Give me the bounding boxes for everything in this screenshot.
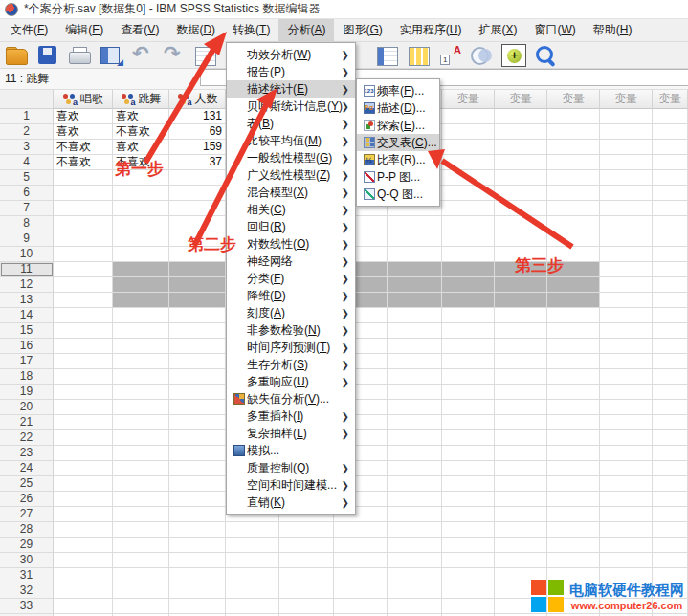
grid-cell[interactable] <box>169 553 226 568</box>
grid-cell[interactable] <box>547 186 600 201</box>
grid-cell[interactable] <box>388 430 442 446</box>
redo-icon[interactable] <box>162 44 187 67</box>
grid-cell[interactable] <box>113 293 169 308</box>
grid-cell[interactable] <box>495 507 547 522</box>
grid-cell[interactable] <box>442 308 495 323</box>
grid-cell[interactable] <box>54 186 113 201</box>
grid-cell[interactable] <box>547 400 600 415</box>
row-header-1[interactable]: 1 <box>0 109 54 124</box>
grid-cell[interactable] <box>653 538 688 553</box>
grid-cell[interactable] <box>113 323 169 339</box>
row-header-33[interactable]: 33 <box>0 599 54 614</box>
grid-cell[interactable] <box>600 507 653 522</box>
grid-cell[interactable] <box>169 308 226 323</box>
column-header-placeholder[interactable]: 变量 <box>600 90 653 109</box>
grid-cell[interactable] <box>442 538 495 553</box>
grid-cell[interactable] <box>653 553 688 568</box>
grid-cell[interactable] <box>54 400 113 415</box>
grid-cell[interactable] <box>54 568 113 583</box>
row-header-5[interactable]: 5 <box>0 170 54 186</box>
grid-cell[interactable] <box>495 124 547 140</box>
row-header-16[interactable]: 16 <box>0 339 54 354</box>
grid-cell[interactable] <box>495 492 547 507</box>
grid-cell[interactable] <box>54 507 113 522</box>
grid-cell[interactable] <box>495 262 547 277</box>
row-header-9[interactable]: 9 <box>0 231 54 247</box>
grid-cell[interactable] <box>600 400 653 415</box>
grid-cell[interactable] <box>600 369 653 385</box>
grid-cell[interactable] <box>388 400 442 415</box>
grid-cell[interactable] <box>495 323 547 339</box>
submenu-item-frequencies[interactable]: 频率(F)... <box>357 82 439 99</box>
grid-cell[interactable] <box>547 339 600 354</box>
grid-cell[interactable] <box>495 369 547 385</box>
menu-item-scale[interactable]: 刻度(A)❯ <box>227 304 355 321</box>
grid-cell[interactable] <box>226 599 279 614</box>
grid-cell[interactable] <box>600 492 653 507</box>
grid-cell[interactable] <box>388 446 442 461</box>
menu-help[interactable]: 帮助(H) <box>585 19 641 41</box>
grid-cell[interactable] <box>547 293 600 308</box>
grid-cell[interactable] <box>600 140 653 155</box>
grid-cell[interactable] <box>495 109 547 124</box>
grid-cell[interactable] <box>113 461 169 476</box>
grid-cell[interactable] <box>113 308 169 323</box>
grid-cell[interactable] <box>600 293 653 308</box>
grid-cell[interactable] <box>279 538 334 553</box>
menu-file[interactable]: 文件(F) <box>2 19 56 41</box>
grid-cell[interactable] <box>495 354 547 369</box>
grid-cell[interactable] <box>334 599 388 614</box>
row-header-31[interactable]: 31 <box>0 568 54 583</box>
row-header-13[interactable]: 13 <box>0 293 54 308</box>
grid-cell[interactable] <box>442 109 495 124</box>
grid-cell[interactable] <box>54 247 113 262</box>
grid-cell[interactable]: 不喜欢 <box>113 155 169 170</box>
grid-cell[interactable] <box>388 339 442 354</box>
grid-cell[interactable] <box>442 140 495 155</box>
grid-cell[interactable] <box>113 385 169 400</box>
grid-cell[interactable] <box>388 216 442 231</box>
row-header-19[interactable]: 19 <box>0 385 54 400</box>
grid-cell[interactable] <box>495 216 547 231</box>
grid-cell[interactable] <box>442 231 495 247</box>
grid-cell[interactable] <box>600 415 653 430</box>
grid-cell[interactable] <box>442 553 495 568</box>
grid-cell[interactable] <box>547 476 600 492</box>
grid-cell[interactable] <box>54 323 113 339</box>
menu-graphs[interactable]: 图形(G) <box>334 19 390 41</box>
menu-item-power-analysis[interactable]: 功效分析(W)❯ <box>227 46 355 63</box>
grid-cell[interactable] <box>113 247 169 262</box>
grid-cell[interactable] <box>653 446 688 461</box>
grid-cell[interactable] <box>600 124 653 140</box>
grid-cell[interactable] <box>442 522 495 538</box>
row-header-2[interactable]: 2 <box>0 124 54 140</box>
row-header-30[interactable]: 30 <box>0 553 54 568</box>
grid-cell[interactable] <box>113 583 169 599</box>
grid-cell[interactable] <box>54 201 113 216</box>
menu-item-compare-means[interactable]: 比较平均值(M)❯ <box>227 132 355 149</box>
grid-cell[interactable] <box>279 583 334 599</box>
grid-cell[interactable] <box>600 277 653 293</box>
grid-cell[interactable] <box>54 231 113 247</box>
row-header-8[interactable]: 8 <box>0 216 54 231</box>
grid-cell[interactable] <box>54 430 113 446</box>
grid-cell[interactable] <box>600 339 653 354</box>
grid-cell[interactable] <box>600 231 653 247</box>
row-header-21[interactable]: 21 <box>0 415 54 430</box>
row-header-22[interactable]: 22 <box>0 430 54 446</box>
row-header-24[interactable]: 24 <box>0 461 54 476</box>
save-icon[interactable] <box>35 44 60 67</box>
grid-cell[interactable] <box>388 507 442 522</box>
grid-cell[interactable] <box>547 155 600 170</box>
grid-cell[interactable] <box>600 354 653 369</box>
grid-cell[interactable] <box>547 323 600 339</box>
grid-cell[interactable] <box>600 461 653 476</box>
submenu-item-crosstabs[interactable]: 交叉表(C)... <box>357 134 439 151</box>
grid-cell[interactable] <box>169 400 226 415</box>
grid-cell[interactable] <box>54 354 113 369</box>
grid-cell[interactable] <box>169 476 226 492</box>
grid-cell[interactable] <box>54 339 113 354</box>
grid-cell[interactable] <box>600 170 653 186</box>
grid-cell[interactable] <box>442 385 495 400</box>
row-header-3[interactable]: 3 <box>0 140 54 155</box>
